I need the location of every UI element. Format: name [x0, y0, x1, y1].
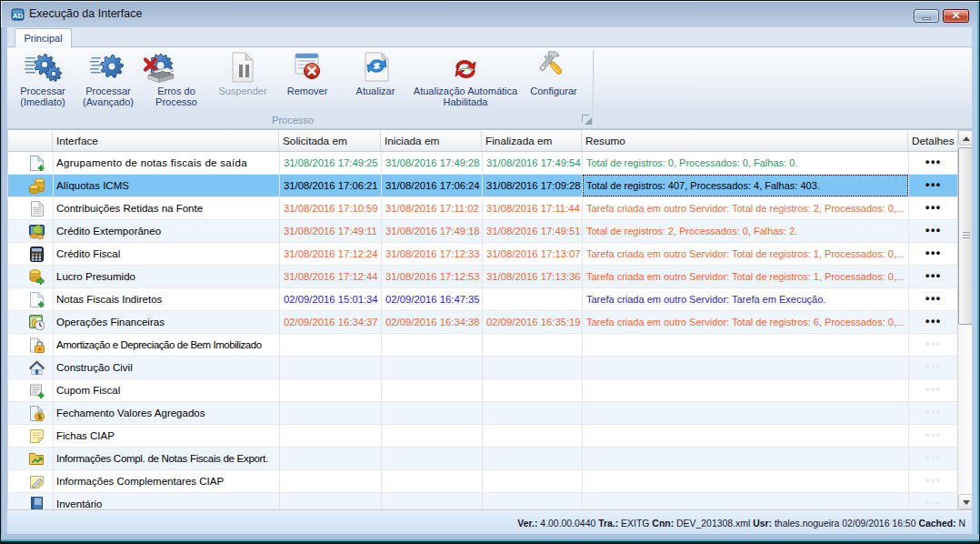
svg-text:$: $ [37, 412, 42, 421]
svg-text:AD: AD [13, 12, 24, 20]
